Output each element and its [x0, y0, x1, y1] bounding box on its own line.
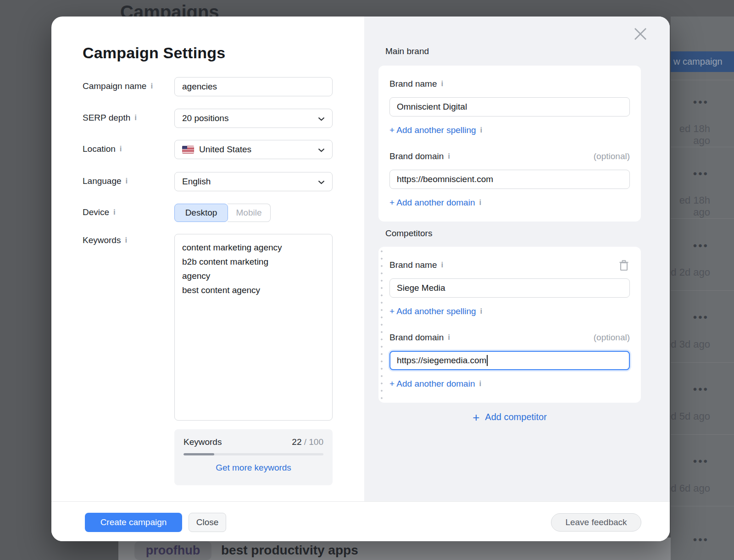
text-cursor: [487, 355, 488, 366]
serp-depth-label: SERP depth i: [83, 113, 137, 123]
competitor-name-input[interactable]: Siege Media: [389, 278, 630, 298]
competitors-section-label: Competitors: [385, 228, 432, 238]
keywords-counter-box: Keywords 22 / 100 Get more keywords: [174, 429, 333, 485]
campaign-name-label: Campaign name i: [83, 81, 153, 91]
delete-competitor-icon[interactable]: [618, 259, 630, 272]
info-icon[interactable]: i: [134, 113, 137, 122]
leave-feedback-button[interactable]: Leave feedback: [551, 513, 641, 532]
modal-title: Campaign Settings: [83, 44, 225, 62]
info-icon[interactable]: i: [448, 333, 450, 342]
device-option-desktop[interactable]: Desktop: [174, 204, 228, 222]
get-more-keywords-link[interactable]: Get more keywords: [184, 463, 323, 473]
keywords-counter-value: 22 / 100: [292, 437, 323, 447]
row-menu-icon: •••: [671, 242, 734, 250]
info-icon[interactable]: i: [113, 208, 116, 217]
brand-name-label: Brand name: [389, 79, 437, 89]
row-menu-icon: •••: [671, 98, 734, 106]
brand-name-label: Brand name: [389, 260, 437, 270]
row-divider: [671, 290, 734, 291]
row-menu-icon: •••: [671, 536, 734, 544]
add-another-spelling-link[interactable]: + Add another spelling i: [389, 306, 482, 317]
close-button[interactable]: Close: [189, 513, 226, 532]
row-divider: [671, 147, 734, 147]
location-select[interactable]: United States: [174, 140, 333, 159]
us-flag-icon: [182, 146, 194, 154]
row-menu-icon: •••: [671, 170, 734, 178]
info-icon[interactable]: i: [480, 126, 483, 135]
chevron-down-icon: [318, 177, 325, 187]
row-divider: [671, 80, 734, 80]
competitor-card: Brand name i Siege Media + Add another s…: [378, 247, 641, 403]
competitor-domain-input[interactable]: https://siegemedia.com: [389, 351, 630, 370]
device-toggle: Desktop Mobile: [174, 204, 271, 222]
info-icon[interactable]: i: [448, 152, 450, 161]
optional-label: (optional): [594, 333, 630, 343]
background-keyword-text: best productivity apps: [221, 543, 358, 558]
chevron-down-icon: [318, 144, 325, 155]
row-timestamp: ed 18h ago: [661, 194, 734, 218]
drag-handle-icon[interactable]: [381, 250, 383, 399]
device-option-mobile[interactable]: Mobile: [228, 204, 271, 222]
row-menu-icon: •••: [671, 457, 734, 466]
info-icon[interactable]: i: [120, 144, 122, 154]
modal-footer: Create campaign Close Leave feedback: [51, 501, 670, 541]
keywords-counter-label: Keywords: [184, 437, 222, 447]
info-icon[interactable]: i: [480, 307, 483, 316]
row-divider: [671, 434, 734, 435]
serp-depth-select[interactable]: 20 positions: [174, 109, 333, 128]
add-competitor-link[interactable]: + Add competitor: [378, 412, 641, 422]
info-icon[interactable]: i: [125, 236, 127, 245]
keywords-progress-track: [184, 453, 323, 455]
row-timestamp: ted 6d ago: [661, 482, 734, 494]
language-select[interactable]: English: [174, 172, 333, 191]
info-icon[interactable]: i: [126, 177, 128, 186]
info-icon[interactable]: i: [479, 379, 481, 388]
info-icon[interactable]: i: [441, 79, 444, 89]
main-brand-domain-input[interactable]: https://beomniscient.com: [389, 170, 630, 189]
row-menu-icon: •••: [671, 313, 734, 322]
brand-domain-label: Brand domain: [389, 333, 444, 343]
optional-label: (optional): [594, 151, 630, 161]
info-icon[interactable]: i: [441, 261, 444, 270]
location-label: Location i: [83, 144, 122, 154]
row-divider: [671, 506, 734, 506]
campaign-settings-modal: Campaign Settings Campaign name i agenci…: [51, 17, 670, 541]
keywords-label: Keywords i: [83, 235, 127, 245]
add-another-domain-link[interactable]: + Add another domain i: [389, 197, 481, 208]
main-brand-section-label: Main brand: [385, 46, 429, 56]
background-keyword-badge: proofhub: [134, 541, 211, 560]
row-timestamp: ted 2d ago: [661, 266, 734, 278]
brands-panel-content: Main brand Brand name i Omniscient Digit…: [364, 17, 670, 501]
add-another-domain-link[interactable]: + Add another domain i: [389, 378, 481, 389]
new-campaign-button: w campaign: [671, 51, 734, 72]
row-timestamp: ted 5d ago: [661, 410, 734, 422]
row-divider: [671, 218, 734, 219]
main-brand-name-input[interactable]: Omniscient Digital: [389, 97, 630, 116]
brand-domain-label: Brand domain: [389, 151, 444, 161]
language-label: Language i: [83, 176, 128, 186]
info-icon[interactable]: i: [479, 198, 481, 207]
plus-icon: +: [473, 413, 479, 422]
row-menu-icon: •••: [671, 385, 734, 394]
keywords-textarea[interactable]: content marketing agency b2b content mar…: [174, 234, 333, 421]
add-another-spelling-link[interactable]: + Add another spelling i: [389, 125, 482, 136]
info-icon[interactable]: i: [150, 82, 153, 91]
main-brand-card: Brand name i Omniscient Digital + Add an…: [378, 66, 641, 222]
campaign-name-input[interactable]: agencies: [174, 77, 333, 96]
device-label: Device i: [83, 207, 116, 217]
chevron-down-icon: [318, 113, 325, 123]
keywords-progress-fill: [184, 453, 214, 455]
row-divider: [671, 362, 734, 363]
row-timestamp: ted 3d ago: [661, 338, 734, 350]
row-timestamp: ed 18h ago: [661, 123, 734, 147]
create-campaign-button[interactable]: Create campaign: [85, 513, 182, 532]
